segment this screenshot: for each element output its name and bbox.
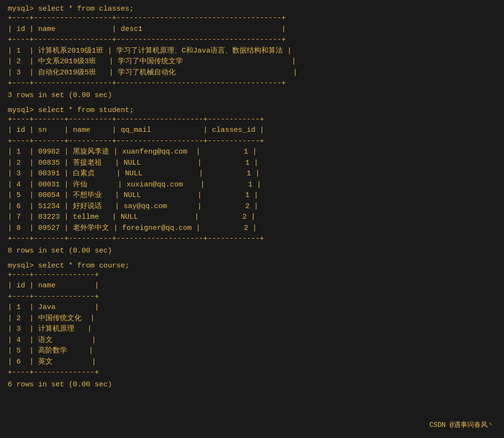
sql-text: select * from classes; xyxy=(38,5,134,13)
result-info-1: 8 rows in set (0.00 sec) xyxy=(8,247,496,255)
mysql-prompt: mysql> xyxy=(8,106,38,114)
result-table-0: +----+------------------+---------------… xyxy=(8,13,496,89)
mysql-prompt: mysql> xyxy=(8,5,38,13)
mysql-prompt: mysql> xyxy=(8,262,38,270)
query-prompt-2: mysql> select * from course; xyxy=(8,262,496,270)
result-table-1: +----+-------+----------+---------------… xyxy=(8,114,496,245)
query-prompt-1: mysql> select * from student; xyxy=(8,106,496,114)
query-prompt-0: mysql> select * from classes; xyxy=(8,5,496,13)
result-info-0: 3 rows in set (0.00 sec) xyxy=(8,91,496,99)
result-table-2: +----+--------------+ | id | name | +---… xyxy=(8,270,496,379)
sql-text: select * from course; xyxy=(38,262,129,270)
watermark-text: CSDN @遇事问春风丶 xyxy=(430,421,494,429)
result-info-2: 6 rows in set (0.00 sec) xyxy=(8,381,496,389)
sql-text: select * from student; xyxy=(38,106,134,114)
